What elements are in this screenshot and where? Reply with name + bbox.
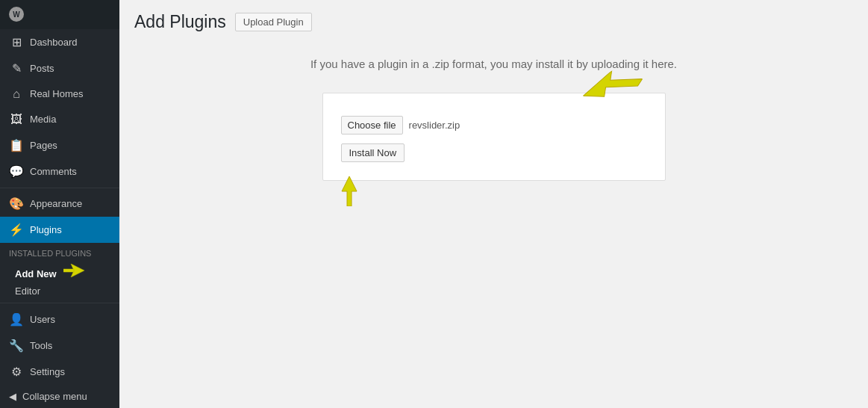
sidebar-item-label: Pages	[30, 140, 57, 151]
sidebar-item-label: Posts	[30, 63, 54, 74]
comments-icon: 💬	[9, 164, 24, 179]
sidebar-item-label: Users	[30, 314, 55, 325]
sidebar-item-label: Dashboard	[30, 37, 78, 48]
sidebar-item-label: Comments	[30, 166, 77, 177]
main-content: Add Plugins Upload Plugin If you have a …	[119, 0, 868, 408]
file-name-label: revslider.zip	[409, 120, 460, 131]
sidebar-item-users[interactable]: 👤 Users	[0, 306, 119, 333]
sidebar-item-media[interactable]: 🖼 Media	[0, 107, 119, 132]
install-now-button[interactable]: Install Now	[341, 143, 405, 162]
sidebar-sub-add-new[interactable]: Add New	[0, 261, 119, 282]
collapse-icon: ◀	[9, 391, 16, 402]
plugins-icon: ⚡	[9, 223, 24, 237]
svg-marker-3	[342, 176, 357, 206]
real-homes-icon: ⌂	[9, 87, 24, 101]
toolbar: Add Plugins Upload Plugin	[119, 0, 868, 38]
upload-plugin-button[interactable]: Upload Plugin	[235, 13, 312, 31]
settings-icon: ⚙	[9, 365, 24, 379]
posts-icon: ✎	[9, 61, 24, 75]
sidebar-item-label: Real Homes	[30, 88, 84, 99]
sidebar-item-settings[interactable]: ⚙ Settings	[0, 359, 119, 385]
upload-description: If you have a plugin in a .zip format, y…	[134, 50, 853, 78]
sidebar-item-label: Settings	[30, 366, 65, 377]
wp-logo-icon: W	[9, 7, 24, 22]
content-area: If you have a plugin in a .zip format, y…	[119, 38, 868, 408]
sidebar-item-label: Media	[30, 114, 56, 125]
upload-box: Choose file revslider.zip Install Now	[322, 93, 666, 181]
sidebar-item-label: Tools	[30, 340, 52, 351]
arrow-top-right	[583, 72, 643, 105]
sidebar-item-label: Appearance	[30, 198, 82, 209]
sidebar-item-posts[interactable]: ✎ Posts	[0, 55, 119, 81]
appearance-icon: 🎨	[9, 197, 24, 211]
sidebar-item-plugins[interactable]: ⚡ Plugins	[0, 217, 119, 243]
sidebar-sub-editor[interactable]: Editor	[0, 282, 119, 300]
page-title: Add Plugins	[134, 12, 226, 32]
sidebar-item-pages[interactable]: 📋 Pages	[0, 132, 119, 158]
sidebar-item-label: Plugins	[30, 224, 62, 235]
collapse-menu[interactable]: ◀ Collapse menu	[0, 385, 119, 408]
sidebar-logo: W	[0, 0, 119, 29]
sidebar-divider-1	[0, 188, 119, 188]
sidebar-item-appearance[interactable]: 🎨 Appearance	[0, 191, 119, 217]
pages-icon: 📋	[9, 138, 24, 152]
choose-file-button[interactable]: Choose file	[341, 116, 403, 135]
sidebar-item-real-homes[interactable]: ⌂ Real Homes	[0, 81, 119, 107]
plugins-section-label: Installed Plugins	[0, 243, 119, 261]
dashboard-icon: ⊞	[9, 35, 24, 49]
sidebar-item-comments[interactable]: 💬 Comments	[0, 158, 119, 185]
media-icon: 🖼	[9, 113, 24, 126]
svg-rect-1	[63, 269, 74, 272]
sidebar-item-dashboard[interactable]: ⊞ Dashboard	[0, 29, 119, 55]
file-row: Choose file revslider.zip	[341, 116, 647, 135]
add-new-arrow-icon	[63, 264, 84, 279]
sidebar: W ⊞ Dashboard ✎ Posts ⌂ Real Homes 🖼 Med…	[0, 0, 119, 408]
sidebar-item-tools[interactable]: 🔧 Tools	[0, 333, 119, 359]
sidebar-divider-2	[0, 303, 119, 303]
tools-icon: 🔧	[9, 339, 24, 353]
arrow-bottom-up	[338, 176, 360, 208]
users-icon: 👤	[9, 312, 24, 327]
